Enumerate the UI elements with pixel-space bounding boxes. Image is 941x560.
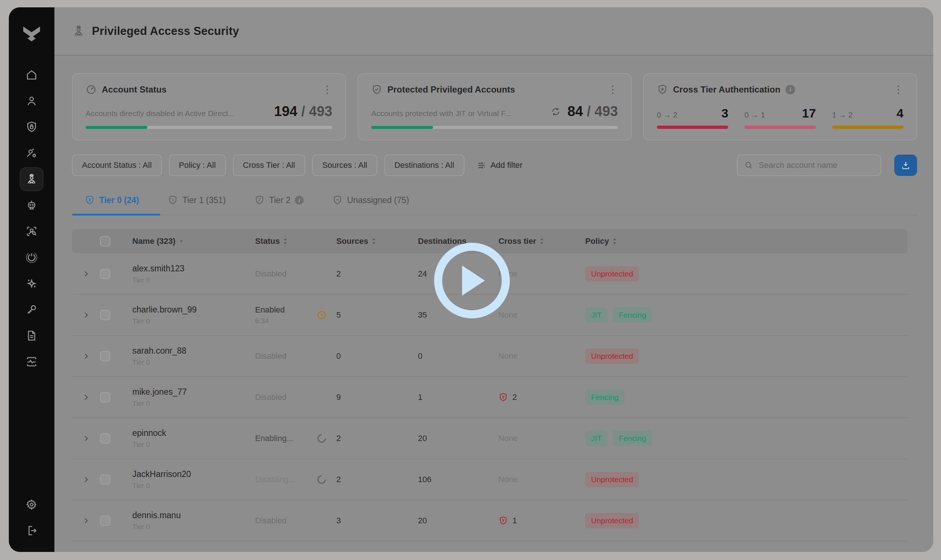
sidebar-item-users[interactable] bbox=[20, 89, 43, 113]
sidebar-item-users-gear[interactable] bbox=[20, 142, 43, 165]
filter-chip-policy[interactable]: Policy : All bbox=[169, 155, 226, 176]
add-filter-button[interactable]: Add filter bbox=[477, 160, 523, 170]
policy-badge: Unprotected bbox=[585, 472, 639, 487]
sidebar-item-shield-lock[interactable] bbox=[20, 115, 43, 139]
table-row[interactable]: epinnock Tier 0 Enabling... 2 20 None JI… bbox=[72, 418, 907, 459]
account-name: epinnock bbox=[132, 428, 255, 438]
table-row[interactable]: dennis.manu Tier 0 Disabled 3 20 1 Unpro… bbox=[72, 500, 907, 541]
expand-chevron-icon[interactable] bbox=[72, 270, 100, 278]
sort-icon bbox=[539, 238, 545, 245]
expand-chevron-icon[interactable] bbox=[72, 393, 100, 402]
sources-count: 2 bbox=[336, 434, 418, 443]
metric-value: 3 bbox=[721, 106, 728, 120]
sources-count: 9 bbox=[336, 392, 418, 402]
progress-fill bbox=[371, 126, 433, 129]
card-account-status: Account Status ⋮ Accounts directly disab… bbox=[72, 74, 346, 140]
filter-chip-cross-tier[interactable]: Cross Tier : All bbox=[233, 155, 305, 176]
sources-count: 2 bbox=[336, 475, 418, 485]
select-all-checkbox[interactable] bbox=[100, 236, 110, 246]
filter-bar: Account Status : All Policy : All Cross … bbox=[72, 155, 917, 176]
kebab-menu-icon[interactable]: ⋮ bbox=[322, 86, 332, 93]
expand-chevron-icon[interactable] bbox=[72, 352, 100, 360]
info-icon[interactable]: i bbox=[295, 196, 304, 205]
sidebar-item-service-accounts[interactable] bbox=[20, 194, 43, 217]
tab-unassigned[interactable]: Unassigned (75) bbox=[332, 195, 409, 215]
search-input[interactable] bbox=[759, 160, 874, 170]
policy-badge: Fencing bbox=[613, 431, 652, 446]
sidebar-item-reports[interactable] bbox=[20, 324, 43, 348]
expand-chevron-icon[interactable] bbox=[72, 475, 100, 484]
table-row[interactable]: JackHarrison20 Tier 0 Disabling... 2 106… bbox=[72, 459, 907, 500]
row-checkbox[interactable] bbox=[100, 474, 110, 485]
tab-tier-0[interactable]: 0 Tier 0 (24) bbox=[85, 195, 139, 215]
row-checkbox[interactable] bbox=[100, 351, 110, 362]
cross-tier-cell: None bbox=[498, 475, 585, 485]
sidebar-item-power-policy[interactable] bbox=[20, 246, 43, 269]
account-name: dennis.manu bbox=[132, 511, 255, 520]
status-text: Enabling... bbox=[255, 434, 293, 443]
sources-count: 3 bbox=[336, 516, 418, 526]
row-checkbox[interactable] bbox=[100, 392, 110, 403]
sidebar-item-home[interactable] bbox=[20, 63, 43, 87]
filter-chip-account-status[interactable]: Account Status : All bbox=[72, 155, 162, 176]
account-name-cell: dennis.manu Tier 0 bbox=[132, 511, 255, 531]
column-header-status[interactable]: Status bbox=[255, 237, 336, 246]
sidebar-item-identity-discovery[interactable] bbox=[20, 220, 43, 243]
column-header-sources[interactable]: Sources bbox=[336, 237, 418, 246]
cross-tier-cell: 2 bbox=[498, 392, 585, 402]
cross-tier-alert-icon bbox=[498, 516, 508, 526]
expand-chevron-icon[interactable] bbox=[72, 434, 100, 443]
sidebar bbox=[9, 7, 54, 552]
sources-count: 2 bbox=[336, 269, 418, 279]
account-name-cell: sarah.conr_88 Tier 0 bbox=[132, 346, 255, 366]
download-icon bbox=[901, 160, 911, 171]
table-row[interactable]: mike.jones_77 Tier 0 Disabled 9 1 2 Fenc… bbox=[72, 377, 907, 418]
metric-label: 0 → 1 bbox=[744, 111, 765, 119]
column-header-name[interactable]: Name (323) bbox=[132, 237, 255, 246]
status-text: Enabled bbox=[255, 305, 285, 315]
tab-tier-2[interactable]: 2 Tier 2 i bbox=[255, 195, 304, 215]
expand-chevron-icon[interactable] bbox=[72, 311, 100, 319]
download-button[interactable] bbox=[894, 155, 917, 176]
account-tier: Tier 0 bbox=[132, 482, 255, 490]
sidebar-item-secrets-key[interactable] bbox=[20, 298, 43, 321]
account-tier: Tier 0 bbox=[132, 400, 255, 408]
tab-tier-1[interactable]: 1 Tier 1 (351) bbox=[168, 195, 226, 215]
svg-text:2: 2 bbox=[258, 198, 261, 202]
active-tab-underline bbox=[72, 214, 160, 215]
row-checkbox[interactable] bbox=[100, 269, 110, 279]
logout-icon[interactable] bbox=[20, 519, 43, 542]
account-name: charlie.brown_99 bbox=[132, 305, 255, 315]
account-name: mike.jones_77 bbox=[132, 387, 255, 397]
sidebar-item-ai-sparkles[interactable] bbox=[20, 272, 43, 295]
status-icon bbox=[316, 310, 327, 320]
table-row[interactable]: sarah.conr_88 Tier 0 Disabled 0 0 None U… bbox=[72, 335, 907, 377]
column-header-cross-tier[interactable]: Cross tier bbox=[498, 237, 585, 246]
filter-chip-sources[interactable]: Sources : All bbox=[312, 155, 377, 176]
sidebar-item-activity-monitor[interactable] bbox=[20, 350, 43, 374]
policy-badges: JITFencing bbox=[585, 307, 907, 323]
info-icon[interactable]: i bbox=[785, 85, 795, 94]
status-text: Disabled bbox=[255, 269, 287, 279]
filter-chip-destinations[interactable]: Destinations : All bbox=[384, 155, 464, 176]
summary-cards: Account Status ⋮ Accounts directly disab… bbox=[72, 74, 917, 140]
expand-chevron-icon[interactable] bbox=[72, 517, 100, 525]
row-checkbox[interactable] bbox=[100, 310, 110, 320]
card-value: 84 / 493 bbox=[568, 103, 618, 119]
kebab-menu-icon[interactable]: ⋮ bbox=[608, 86, 618, 93]
settings-gear-icon[interactable] bbox=[20, 493, 43, 516]
row-checkbox[interactable] bbox=[100, 433, 110, 444]
gauge-icon bbox=[86, 84, 97, 95]
card-title: Protected Privileged Accounts bbox=[387, 85, 515, 95]
cross-tier-cell: None bbox=[498, 310, 585, 320]
row-checkbox[interactable] bbox=[100, 515, 110, 526]
shield-0-icon: 0 bbox=[85, 195, 95, 205]
status-cell: Disabled bbox=[255, 351, 336, 361]
progress-track bbox=[86, 126, 332, 129]
status-cell: Disabled bbox=[255, 392, 336, 402]
column-header-policy[interactable]: Policy bbox=[585, 237, 907, 246]
kebab-menu-icon[interactable]: ⋮ bbox=[893, 86, 904, 93]
spinner-icon bbox=[316, 433, 327, 444]
sidebar-item-privileged-access[interactable] bbox=[20, 168, 43, 191]
video-play-button[interactable] bbox=[434, 243, 510, 318]
